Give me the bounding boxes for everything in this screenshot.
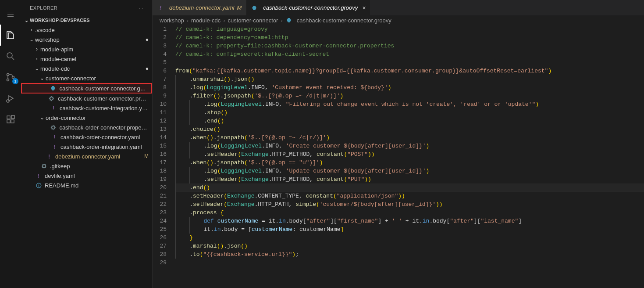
- breadcrumb-item[interactable]: customer-connector: [228, 17, 278, 24]
- code-line[interactable]: .choice(): [175, 125, 644, 133]
- code-line[interactable]: .filter().jsonpath('$..[?(@.op =~ /d|t|m…: [175, 92, 644, 100]
- yaml-icon: !: [51, 133, 58, 140]
- debug-icon[interactable]: [0, 88, 21, 109]
- code-line[interactable]: .end(): [175, 117, 644, 125]
- tab-label: debezium-connector.yaml: [169, 4, 234, 11]
- yaml-icon: !: [35, 172, 42, 179]
- tree-item-label: workshop: [35, 36, 60, 43]
- code-line[interactable]: def customerName = it.in.body["after"]["…: [175, 217, 644, 225]
- chevron-icon: ›: [33, 46, 40, 52]
- svg-rect-7: [11, 120, 14, 123]
- section-title: WORKSHOP-DEVSPACES: [30, 18, 90, 23]
- sidebar-title: EXPLORER: [30, 5, 57, 11]
- tree-item[interactable]: !debezium-connector.yamlM: [21, 151, 152, 161]
- yaml-icon: !: [50, 104, 57, 112]
- breadcrumb-item[interactable]: workshop: [160, 17, 184, 24]
- explorer-icon[interactable]: [0, 25, 21, 46]
- code-line[interactable]: // camel-k: dependency=camel:http: [175, 33, 644, 42]
- code-line[interactable]: it.in.body = [customerName: customerName…: [175, 225, 644, 234]
- editor-tab[interactable]: !debezium-connector.yamlM: [153, 0, 246, 15]
- code-line[interactable]: .marshal().json(): [175, 242, 644, 250]
- breadcrumbs[interactable]: workshop›module-cdc›customer-connector›c…: [153, 15, 644, 25]
- code-line[interactable]: .log(LoggingLevel.INFO, 'Create customer…: [175, 142, 644, 150]
- git-status: ●: [144, 65, 149, 72]
- tree-item-label: cashback-customer-integration.yaml: [60, 105, 149, 112]
- editor-tab[interactable]: cashback-customer-connector.groovy×: [246, 0, 370, 15]
- tree-item[interactable]: !cashback-order-connector.yaml: [21, 132, 152, 142]
- code-line[interactable]: [175, 259, 644, 267]
- code-line[interactable]: .setHeader(Exchange.CONTENT_TYPE, consta…: [175, 192, 644, 200]
- tree-item[interactable]: ⌄module-cdc●: [21, 64, 152, 73]
- groovy-icon: [251, 4, 258, 11]
- code-line[interactable]: .when().jsonpath('$..[?(@.op == "u")]'): [175, 158, 644, 167]
- chevron-icon: ›: [28, 27, 35, 33]
- code-line[interactable]: .stop(): [175, 108, 644, 117]
- svg-point-2: [7, 79, 9, 81]
- tree-item-label: .gitkeep: [50, 163, 70, 169]
- chevron-icon: ⌄: [28, 36, 35, 43]
- code-line[interactable]: .unmarshal().json(): [175, 75, 644, 83]
- code-line[interactable]: .setHeader(Exchange.HTTP_PATH, simple('c…: [175, 200, 644, 209]
- search-icon[interactable]: [0, 46, 21, 67]
- svg-point-1: [7, 74, 9, 76]
- tree-item[interactable]: README.md: [21, 180, 152, 190]
- code-line[interactable]: .to("{{cashback-service.url}}");: [175, 250, 644, 259]
- tree-item[interactable]: ›module-apim: [21, 44, 152, 54]
- tree-item[interactable]: ›module-camel: [21, 54, 152, 64]
- tree-item-label: order-connector: [46, 115, 86, 121]
- code-line[interactable]: .process {: [175, 209, 644, 217]
- svg-rect-5: [7, 116, 10, 119]
- section-header[interactable]: ⌄ WORKSHOP-DEVSPACES: [21, 15, 152, 25]
- code-content[interactable]: // camel-k: language=groovy// camel-k: d…: [174, 25, 644, 288]
- breadcrumb-item[interactable]: module-cdc: [191, 17, 221, 24]
- code-line[interactable]: // camel-k: property=file:cashback-custo…: [175, 42, 644, 50]
- tree-item[interactable]: cashback-customer-connector.proper…: [21, 94, 152, 103]
- svg-point-0: [7, 53, 12, 58]
- tree-item[interactable]: !devfile.yaml: [21, 171, 152, 180]
- chevron-icon: ›: [33, 56, 40, 62]
- yaml-icon: !: [46, 153, 53, 160]
- code-line[interactable]: .setHeader(Exchange.HTTP_METHOD, constan…: [175, 150, 644, 158]
- code-line[interactable]: from("kafka:{{kafka.customer.topic.name}…: [175, 67, 644, 75]
- tree-item[interactable]: !cashback-customer-integration.yaml: [21, 103, 152, 113]
- code-line[interactable]: // camel-k: language=groovy: [175, 25, 644, 33]
- tree-item[interactable]: ⌄customer-connector: [21, 73, 152, 83]
- code-line[interactable]: .when().jsonpath('$..[?(@.op =~ /c|r/)]'…: [175, 133, 644, 142]
- code-line[interactable]: .log(LoggingLevel.INFO, 'Update customer…: [175, 167, 644, 175]
- tree-item[interactable]: ⌄workshop●: [21, 35, 152, 44]
- git-status: ●: [144, 36, 149, 43]
- code-line[interactable]: .log(LoggingLevel.INFO, 'Customer event …: [175, 83, 644, 92]
- tree-item[interactable]: .gitkeep: [21, 161, 152, 171]
- close-icon[interactable]: ×: [362, 4, 366, 11]
- tree-item-label: cashback-order-connector.yaml: [60, 134, 140, 140]
- tree-item[interactable]: cashback-customer-connector.groovy: [21, 83, 152, 94]
- code-line[interactable]: .end(): [175, 184, 644, 192]
- chevron-icon: ⌄: [39, 115, 46, 121]
- code-line[interactable]: }: [175, 234, 644, 242]
- tree-item-label: module-cdc: [40, 65, 70, 72]
- chevron-icon: ⌄: [39, 75, 46, 81]
- svg-rect-8: [11, 115, 14, 119]
- gear-icon: [48, 95, 55, 102]
- code-editor[interactable]: 1234567891011121314151617181920212223242…: [153, 25, 644, 288]
- tree-item[interactable]: cashback-order-connector.properties: [21, 122, 152, 132]
- tree-item[interactable]: ⌄order-connector: [21, 113, 152, 122]
- extensions-icon[interactable]: [0, 109, 21, 130]
- chevron-right-icon: ›: [187, 17, 189, 24]
- tree-item[interactable]: ›.vscode: [21, 25, 152, 35]
- scm-icon[interactable]: 1: [0, 67, 21, 88]
- tree-item-label: cashback-customer-connector.groovy: [59, 85, 148, 92]
- more-icon[interactable]: ···: [139, 5, 143, 11]
- tree-item[interactable]: !cashback-order-integration.yaml: [21, 142, 152, 151]
- yaml-icon: !: [51, 143, 58, 150]
- tree-item-label: cashback-customer-connector.proper…: [58, 95, 149, 102]
- tree-item-label: .vscode: [35, 27, 55, 33]
- code-line[interactable]: // camel-k: config=secret:kafka-client-s…: [175, 50, 644, 58]
- code-line[interactable]: .log(LoggingLevel.INFO, "Filtering out c…: [175, 100, 644, 108]
- code-line[interactable]: [175, 58, 644, 67]
- breadcrumb-item[interactable]: cashback-customer-connector.groovy: [297, 17, 391, 24]
- code-line[interactable]: .setHeader(Exchange.HTTP_METHOD, constan…: [175, 175, 644, 184]
- gear-icon: [50, 124, 57, 131]
- menu-icon[interactable]: [0, 4, 21, 25]
- groovy-icon: [285, 17, 292, 24]
